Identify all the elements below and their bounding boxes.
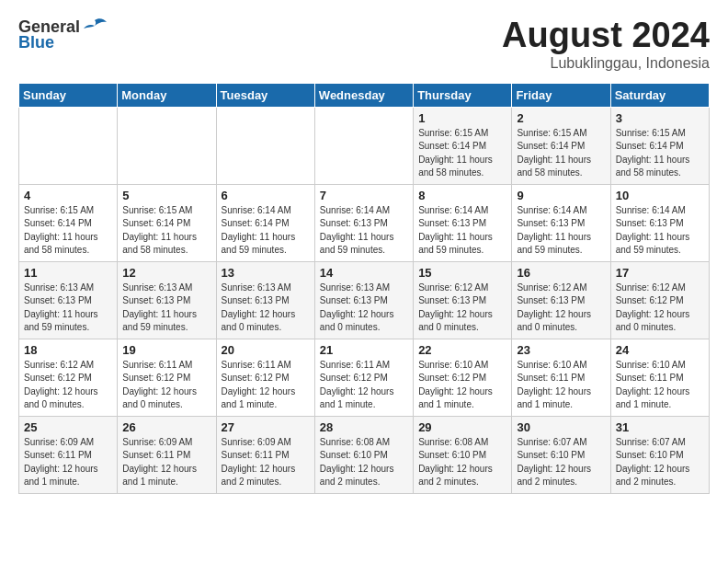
day-info: Sunrise: 6:13 AM Sunset: 6:13 PM Dayligh… (222, 282, 310, 335)
calendar-week-row: 11Sunrise: 6:13 AM Sunset: 6:13 PM Dayli… (19, 261, 710, 339)
table-row: 17Sunrise: 6:12 AM Sunset: 6:12 PM Dayli… (610, 261, 709, 339)
table-row: 21Sunrise: 6:11 AM Sunset: 6:12 PM Dayli… (314, 339, 413, 416)
table-row: 25Sunrise: 6:09 AM Sunset: 6:11 PM Dayli… (19, 416, 118, 493)
day-number: 3 (616, 111, 704, 125)
table-row: 19Sunrise: 6:11 AM Sunset: 6:12 PM Dayli… (118, 339, 216, 416)
calendar-week-row: 25Sunrise: 6:09 AM Sunset: 6:11 PM Dayli… (19, 416, 710, 493)
table-row: 24Sunrise: 6:10 AM Sunset: 6:11 PM Dayli… (610, 339, 709, 416)
table-row (118, 107, 216, 184)
day-info: Sunrise: 6:09 AM Sunset: 6:11 PM Dayligh… (24, 436, 112, 489)
table-row: 31Sunrise: 6:07 AM Sunset: 6:10 PM Dayli… (610, 416, 709, 493)
col-thursday: Thursday (414, 83, 512, 107)
table-row: 6Sunrise: 6:14 AM Sunset: 6:14 PM Daylig… (216, 184, 314, 261)
day-number: 27 (222, 420, 310, 434)
day-info: Sunrise: 6:12 AM Sunset: 6:12 PM Dayligh… (24, 359, 112, 412)
page: General Blue August 2024 Lubuklinggau, I… (0, 0, 728, 511)
table-row: 4Sunrise: 6:15 AM Sunset: 6:14 PM Daylig… (19, 184, 118, 261)
day-info: Sunrise: 6:15 AM Sunset: 6:14 PM Dayligh… (24, 204, 112, 258)
day-number: 5 (122, 189, 210, 202)
main-title: August 2024 (502, 17, 710, 55)
day-info: Sunrise: 6:10 AM Sunset: 6:12 PM Dayligh… (418, 359, 506, 412)
day-number: 17 (616, 266, 704, 280)
day-info: Sunrise: 6:09 AM Sunset: 6:11 PM Dayligh… (122, 436, 210, 489)
day-info: Sunrise: 6:10 AM Sunset: 6:11 PM Dayligh… (616, 359, 704, 412)
day-number: 19 (122, 343, 210, 357)
calendar-week-row: 4Sunrise: 6:15 AM Sunset: 6:14 PM Daylig… (19, 184, 710, 261)
day-number: 6 (222, 189, 310, 202)
day-info: Sunrise: 6:14 AM Sunset: 6:13 PM Dayligh… (320, 204, 408, 258)
day-info: Sunrise: 6:07 AM Sunset: 6:10 PM Dayligh… (616, 436, 704, 489)
day-number: 2 (517, 111, 605, 125)
table-row: 5Sunrise: 6:15 AM Sunset: 6:14 PM Daylig… (118, 184, 216, 261)
day-number: 30 (517, 420, 605, 434)
day-info: Sunrise: 6:14 AM Sunset: 6:13 PM Dayligh… (517, 204, 605, 258)
day-number: 26 (122, 420, 210, 434)
table-row: 26Sunrise: 6:09 AM Sunset: 6:11 PM Dayli… (118, 416, 216, 493)
day-info: Sunrise: 6:13 AM Sunset: 6:13 PM Dayligh… (24, 282, 112, 335)
day-info: Sunrise: 6:11 AM Sunset: 6:12 PM Dayligh… (222, 359, 310, 412)
day-number: 28 (320, 420, 408, 434)
calendar-week-row: 18Sunrise: 6:12 AM Sunset: 6:12 PM Dayli… (19, 339, 710, 416)
calendar-table: Sunday Monday Tuesday Wednesday Thursday… (18, 83, 710, 494)
day-info: Sunrise: 6:07 AM Sunset: 6:10 PM Dayligh… (517, 436, 605, 489)
day-info: Sunrise: 6:12 AM Sunset: 6:13 PM Dayligh… (418, 282, 506, 335)
day-info: Sunrise: 6:12 AM Sunset: 6:12 PM Dayligh… (616, 282, 704, 335)
day-number: 4 (24, 189, 112, 202)
table-row: 20Sunrise: 6:11 AM Sunset: 6:12 PM Dayli… (216, 339, 314, 416)
table-row: 1Sunrise: 6:15 AM Sunset: 6:14 PM Daylig… (414, 107, 512, 184)
day-number: 1 (418, 111, 506, 125)
table-row: 8Sunrise: 6:14 AM Sunset: 6:13 PM Daylig… (414, 184, 512, 261)
table-row: 14Sunrise: 6:13 AM Sunset: 6:13 PM Dayli… (314, 261, 413, 339)
day-info: Sunrise: 6:14 AM Sunset: 6:13 PM Dayligh… (616, 204, 704, 258)
day-info: Sunrise: 6:13 AM Sunset: 6:13 PM Dayligh… (320, 282, 408, 335)
table-row: 23Sunrise: 6:10 AM Sunset: 6:11 PM Dayli… (512, 339, 610, 416)
day-number: 29 (418, 420, 506, 434)
day-number: 10 (616, 189, 704, 202)
day-number: 11 (24, 266, 112, 280)
day-info: Sunrise: 6:13 AM Sunset: 6:13 PM Dayligh… (122, 282, 210, 335)
col-monday: Monday (118, 83, 216, 107)
header: General Blue August 2024 Lubuklinggau, I… (18, 17, 710, 72)
col-friday: Friday (512, 83, 610, 107)
day-number: 18 (24, 343, 112, 357)
table-row: 2Sunrise: 6:15 AM Sunset: 6:14 PM Daylig… (512, 107, 610, 184)
day-info: Sunrise: 6:08 AM Sunset: 6:10 PM Dayligh… (320, 436, 408, 489)
day-number: 14 (320, 266, 408, 280)
day-number: 21 (320, 343, 408, 357)
day-number: 9 (517, 189, 605, 202)
table-row: 15Sunrise: 6:12 AM Sunset: 6:13 PM Dayli… (414, 261, 512, 339)
logo: General Blue (18, 17, 108, 52)
table-row: 11Sunrise: 6:13 AM Sunset: 6:13 PM Dayli… (19, 261, 118, 339)
table-row: 7Sunrise: 6:14 AM Sunset: 6:13 PM Daylig… (314, 184, 413, 261)
col-wednesday: Wednesday (314, 83, 413, 107)
calendar-week-row: 1Sunrise: 6:15 AM Sunset: 6:14 PM Daylig… (19, 107, 710, 184)
table-row: 29Sunrise: 6:08 AM Sunset: 6:10 PM Dayli… (414, 416, 512, 493)
table-row (314, 107, 413, 184)
day-number: 25 (24, 420, 112, 434)
table-row: 18Sunrise: 6:12 AM Sunset: 6:12 PM Dayli… (19, 339, 118, 416)
day-number: 8 (418, 189, 506, 202)
day-info: Sunrise: 6:11 AM Sunset: 6:12 PM Dayligh… (122, 359, 210, 412)
day-number: 12 (122, 266, 210, 280)
subtitle: Lubuklinggau, Indonesia (502, 55, 710, 72)
day-number: 31 (616, 420, 704, 434)
day-number: 20 (222, 343, 310, 357)
day-info: Sunrise: 6:09 AM Sunset: 6:11 PM Dayligh… (222, 436, 310, 489)
col-sunday: Sunday (19, 83, 118, 107)
day-info: Sunrise: 6:15 AM Sunset: 6:14 PM Dayligh… (418, 127, 506, 180)
day-number: 7 (320, 189, 408, 202)
day-info: Sunrise: 6:10 AM Sunset: 6:11 PM Dayligh… (517, 359, 605, 412)
logo-bird-icon (82, 17, 108, 37)
day-info: Sunrise: 6:11 AM Sunset: 6:12 PM Dayligh… (320, 359, 408, 412)
table-row: 12Sunrise: 6:13 AM Sunset: 6:13 PM Dayli… (118, 261, 216, 339)
col-saturday: Saturday (610, 83, 709, 107)
table-row: 22Sunrise: 6:10 AM Sunset: 6:12 PM Dayli… (414, 339, 512, 416)
table-row: 9Sunrise: 6:14 AM Sunset: 6:13 PM Daylig… (512, 184, 610, 261)
table-row: 28Sunrise: 6:08 AM Sunset: 6:10 PM Dayli… (314, 416, 413, 493)
day-info: Sunrise: 6:08 AM Sunset: 6:10 PM Dayligh… (418, 436, 506, 489)
col-tuesday: Tuesday (216, 83, 314, 107)
day-number: 22 (418, 343, 506, 357)
table-row: 3Sunrise: 6:15 AM Sunset: 6:14 PM Daylig… (610, 107, 709, 184)
day-info: Sunrise: 6:15 AM Sunset: 6:14 PM Dayligh… (122, 204, 210, 258)
day-number: 23 (517, 343, 605, 357)
